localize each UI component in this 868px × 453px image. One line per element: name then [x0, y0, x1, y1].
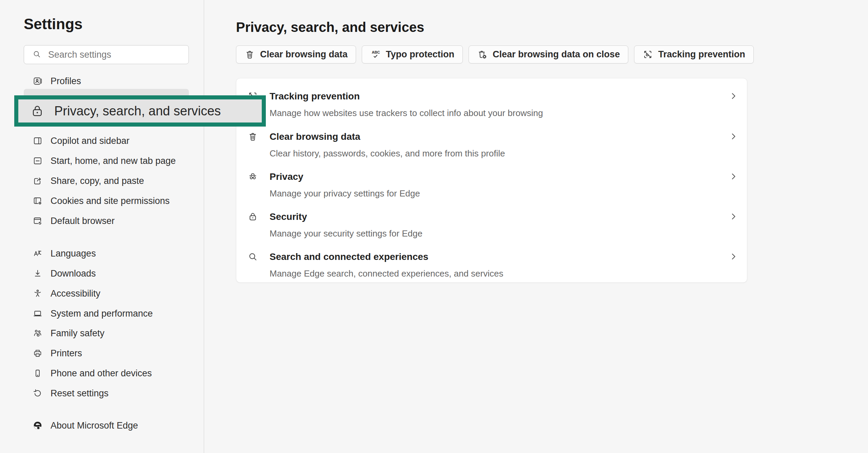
family-icon — [33, 328, 43, 338]
window-check-icon — [33, 216, 43, 226]
row-description: Manage your security settings for Edge — [270, 228, 422, 239]
sidebar-item-label: Privacy, search, and services — [54, 104, 221, 118]
card-row-search-connected-experiences[interactable]: Search and connected experiences Manage … — [236, 251, 747, 289]
window-gear-icon — [33, 196, 43, 206]
row-title: Clear browsing data — [270, 131, 360, 143]
sidebar-item-share-copy-paste[interactable]: Share, copy, and paste — [24, 173, 189, 189]
sidebar-item-label: Languages — [51, 248, 96, 259]
sidebar-item-family-safety[interactable]: Family safety — [24, 325, 189, 341]
laptop-icon — [33, 308, 43, 319]
row-description: Clear history, passwords, cookies, and m… — [270, 148, 505, 159]
row-title: Search and connected experiences — [270, 251, 428, 263]
trash-icon — [248, 131, 258, 142]
sidebar-item-label: Copilot and sidebar — [51, 136, 130, 146]
search-icon — [248, 251, 258, 262]
sidebar-item-reset-settings[interactable]: Reset settings — [24, 385, 189, 401]
translate-icon — [33, 248, 43, 259]
sidebar-item-privacy-search-services-highlighted[interactable]: Privacy, search, and services — [14, 95, 266, 127]
page-heading: Privacy, search, and services — [236, 20, 424, 35]
svg-text:ABC: ABC — [372, 50, 380, 54]
button-label: Typo protection — [386, 49, 454, 60]
sidebar-item-printers[interactable]: Printers — [24, 345, 189, 361]
window-dots-icon — [33, 156, 43, 166]
sidebar-item-label: Downloads — [51, 268, 96, 279]
card-row-tracking-prevention[interactable]: Tracking prevention Manage how websites … — [236, 91, 747, 129]
sidebar-item-phone-other-devices[interactable]: Phone and other devices — [24, 365, 189, 381]
printer-icon — [33, 348, 43, 358]
clear-browsing-data-on-close-button[interactable]: Clear browsing data on close — [469, 45, 628, 63]
chevron-right-icon — [729, 91, 738, 101]
chevron-right-icon — [729, 252, 738, 261]
incognito-icon — [248, 171, 258, 182]
sidebar-item-label: Printers — [51, 348, 82, 359]
row-title: Tracking prevention — [270, 91, 360, 102]
lock-icon — [30, 103, 45, 118]
privacy-settings-card: Tracking prevention Manage how websites … — [236, 78, 747, 283]
sidebar-item-label: System and performance — [51, 308, 153, 319]
accessibility-icon — [33, 288, 43, 299]
sidebar-item-label: Accessibility — [51, 288, 100, 299]
sidebar-item-downloads[interactable]: Downloads — [24, 265, 189, 282]
card-row-clear-browsing-data[interactable]: Clear browsing data Clear history, passw… — [236, 131, 747, 169]
sidebar-layout-icon — [33, 136, 43, 146]
sidebar-item-cookies-site-permissions[interactable]: Cookies and site permissions — [24, 193, 189, 209]
reset-icon — [33, 388, 43, 398]
sidebar-item-profiles[interactable]: Profiles — [24, 73, 189, 89]
download-icon — [33, 268, 43, 279]
row-description: Manage how websites use trackers to coll… — [270, 108, 543, 118]
sidebar-item-label: Reset settings — [51, 388, 108, 399]
sidebar-item-label: Cookies and site permissions — [51, 196, 170, 206]
button-label: Tracking prevention — [658, 49, 745, 60]
search-input[interactable] — [47, 49, 183, 60]
card-row-security[interactable]: Security Manage your security settings f… — [236, 211, 747, 249]
sidebar-item-label: Start, home, and new tab page — [51, 156, 176, 166]
tracking-prevention-button[interactable]: Tracking prevention — [634, 45, 754, 63]
card-row-privacy[interactable]: Privacy Manage your privacy settings for… — [236, 171, 747, 209]
search-settings-box[interactable] — [24, 45, 189, 64]
sidebar-item-default-browser[interactable]: Default browser — [24, 213, 189, 229]
lock-icon — [248, 211, 258, 222]
sidebar-item-accessibility[interactable]: Accessibility — [24, 285, 189, 302]
edge-settings-page: Settings Profiles Copilot and sidebar St… — [0, 0, 868, 453]
sidebar-item-about-microsoft-edge[interactable]: About Microsoft Edge — [24, 417, 189, 434]
sidebar-item-label: Phone and other devices — [51, 368, 152, 379]
row-description: Manage your privacy settings for Edge — [270, 188, 420, 199]
row-description: Manage Edge search, connected experience… — [270, 268, 503, 279]
row-title: Privacy — [270, 171, 303, 183]
trash-dismiss-icon — [477, 49, 488, 60]
search-icon — [32, 50, 41, 60]
phone-icon — [33, 368, 43, 378]
sidebar-item-label: Profiles — [51, 76, 81, 87]
profiles-icon — [33, 76, 43, 86]
chevron-right-icon — [729, 172, 738, 181]
button-label: Clear browsing data — [260, 49, 348, 60]
clear-browsing-data-button[interactable]: Clear browsing data — [236, 45, 356, 63]
sidebar-item-copilot-and-sidebar[interactable]: Copilot and sidebar — [24, 133, 189, 149]
sidebar-item-label: About Microsoft Edge — [51, 420, 138, 431]
chevron-right-icon — [729, 132, 738, 141]
sidebar-item-label: Share, copy, and paste — [51, 176, 144, 186]
typo-protection-button[interactable]: ABC Typo protection — [362, 45, 463, 63]
share-icon — [33, 176, 43, 186]
sidebar-item-label: Default browser — [51, 216, 115, 226]
page-title: Settings — [24, 16, 83, 33]
sidebar-item-start-home-new-tab[interactable]: Start, home, and new tab page — [24, 153, 189, 169]
trash-icon — [244, 49, 255, 60]
chevron-right-icon — [729, 212, 738, 221]
quick-actions-toolbar: Clear browsing data ABC Typo protection … — [236, 45, 754, 63]
tracking-prevention-icon — [643, 49, 653, 60]
settings-sidebar: Settings Profiles Copilot and sidebar St… — [0, 0, 204, 453]
sidebar-item-system-performance[interactable]: System and performance — [24, 305, 189, 322]
typo-protection-icon: ABC — [370, 49, 381, 60]
sidebar-item-label: Family safety — [51, 328, 104, 339]
row-title: Security — [270, 211, 307, 223]
edge-logo-icon — [33, 420, 43, 431]
button-label: Clear browsing data on close — [493, 49, 620, 60]
sidebar-item-languages[interactable]: Languages — [24, 245, 189, 262]
